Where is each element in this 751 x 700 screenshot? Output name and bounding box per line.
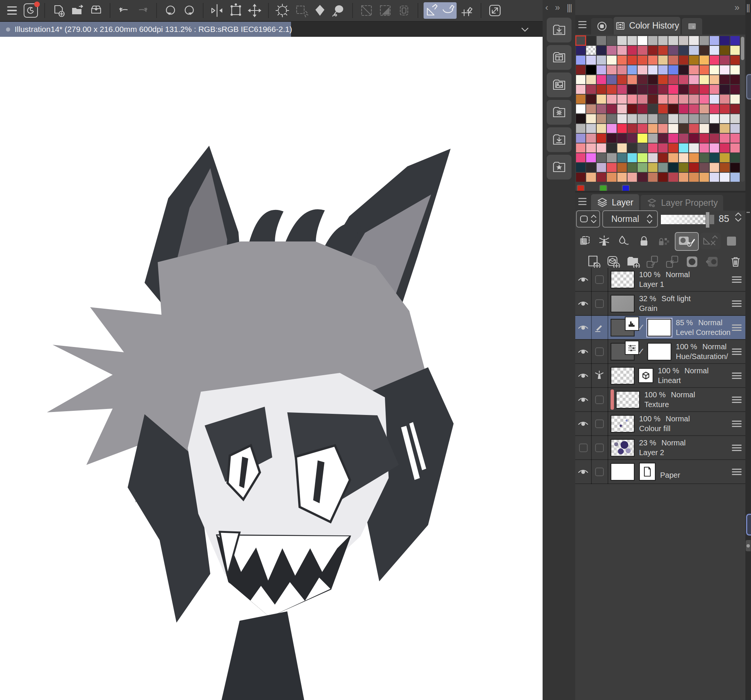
material-favorites-button[interactable] bbox=[547, 155, 572, 179]
color-swatch[interactable] bbox=[658, 56, 668, 65]
color-swatch[interactable] bbox=[627, 114, 637, 123]
layer-thumbnail[interactable] bbox=[610, 463, 635, 481]
color-swatch[interactable] bbox=[689, 124, 698, 133]
visibility-toggle[interactable] bbox=[575, 396, 591, 403]
color-swatch[interactable] bbox=[658, 75, 668, 84]
color-swatch[interactable] bbox=[658, 95, 668, 104]
visibility-toggle[interactable] bbox=[575, 276, 591, 283]
color-swatch[interactable] bbox=[596, 46, 606, 55]
snap-to-perspective-button[interactable] bbox=[459, 2, 475, 19]
color-swatch[interactable] bbox=[617, 114, 627, 123]
color-swatch[interactable] bbox=[668, 114, 678, 123]
color-swatch[interactable] bbox=[668, 95, 678, 104]
reference-layer-button[interactable] bbox=[596, 233, 612, 249]
color-swatch[interactable] bbox=[638, 95, 647, 104]
color-swatch[interactable] bbox=[596, 134, 606, 143]
color-swatch[interactable] bbox=[617, 85, 627, 94]
layer-menu-button[interactable] bbox=[732, 277, 742, 283]
color-swatch[interactable] bbox=[658, 46, 668, 55]
collapse-left-button[interactable]: ‹ bbox=[545, 2, 548, 13]
color-swatch[interactable] bbox=[689, 114, 698, 123]
color-swatch[interactable] bbox=[689, 163, 698, 172]
adjustment-thumbnail[interactable] bbox=[610, 343, 635, 360]
color-swatch[interactable] bbox=[576, 134, 586, 143]
color-swatch[interactable] bbox=[668, 144, 678, 153]
color-swatch[interactable] bbox=[576, 85, 586, 94]
color-swatch[interactable] bbox=[710, 36, 719, 45]
color-swatch[interactable] bbox=[638, 75, 647, 84]
color-swatch[interactable] bbox=[679, 36, 688, 45]
color-swatch[interactable] bbox=[679, 173, 688, 182]
color-swatch[interactable] bbox=[586, 65, 595, 74]
color-swatch[interactable] bbox=[730, 56, 740, 65]
color-swatch[interactable] bbox=[638, 104, 647, 113]
color-swatch[interactable] bbox=[596, 163, 606, 172]
color-swatch[interactable] bbox=[720, 85, 729, 94]
color-swatch[interactable] bbox=[720, 95, 729, 104]
color-swatch[interactable] bbox=[679, 104, 688, 113]
color-swatch[interactable] bbox=[576, 144, 586, 153]
color-swatch[interactable] bbox=[607, 75, 616, 84]
color-swatch[interactable] bbox=[617, 36, 627, 45]
color-swatch[interactable] bbox=[720, 75, 729, 84]
layer-row-level-correction[interactable]: ✓ 85 %NormalLevel Correction bbox=[575, 316, 745, 340]
color-swatch[interactable] bbox=[730, 85, 740, 94]
color-swatch[interactable] bbox=[648, 95, 657, 104]
color-swatch[interactable] bbox=[658, 153, 668, 162]
color-swatch[interactable] bbox=[689, 65, 698, 74]
layer-menu-button[interactable] bbox=[732, 445, 742, 451]
layer-checkbox[interactable] bbox=[591, 468, 607, 476]
color-swatch[interactable] bbox=[710, 134, 719, 143]
color-swatch[interactable] bbox=[638, 114, 647, 123]
color-swatch[interactable] bbox=[658, 124, 668, 133]
color-swatch[interactable] bbox=[679, 153, 688, 162]
color-swatch[interactable] bbox=[648, 153, 657, 162]
color-swatch[interactable] bbox=[627, 75, 637, 84]
layer-thumbnail[interactable] bbox=[610, 439, 635, 457]
layer-checkbox[interactable] bbox=[591, 419, 607, 428]
color-swatch[interactable] bbox=[586, 153, 595, 162]
tab-color-wheel[interactable] bbox=[591, 18, 613, 34]
color-swatch[interactable] bbox=[586, 104, 595, 113]
color-swatch[interactable] bbox=[576, 124, 586, 133]
color-swatch[interactable] bbox=[720, 104, 729, 113]
color-swatch[interactable] bbox=[710, 173, 719, 182]
enable-mask-button[interactable] bbox=[675, 232, 699, 251]
clip-studio-button[interactable] bbox=[23, 2, 39, 19]
color-swatch[interactable] bbox=[617, 124, 627, 133]
color-swatch[interactable] bbox=[710, 85, 719, 94]
color-swatch[interactable] bbox=[700, 124, 709, 133]
color-swatch[interactable] bbox=[627, 153, 637, 162]
color-swatch[interactable] bbox=[576, 75, 586, 84]
color-swatch[interactable] bbox=[648, 163, 657, 172]
color-swatch[interactable] bbox=[576, 114, 586, 123]
color-swatch[interactable] bbox=[700, 56, 709, 65]
color-swatch[interactable] bbox=[658, 104, 668, 113]
color-swatch[interactable] bbox=[638, 124, 647, 133]
color-swatch[interactable] bbox=[596, 75, 606, 84]
visibility-toggle[interactable] bbox=[575, 300, 591, 307]
collapsed-panel-tab[interactable] bbox=[746, 74, 751, 99]
lasso-select-button[interactable] bbox=[331, 2, 347, 19]
color-swatch[interactable] bbox=[668, 104, 678, 113]
tab-color-history[interactable]: Color History bbox=[613, 17, 680, 34]
layer-panel-menu-button[interactable] bbox=[578, 198, 587, 205]
color-swatch[interactable] bbox=[576, 56, 586, 65]
color-swatch[interactable] bbox=[689, 56, 698, 65]
color-swatch[interactable] bbox=[710, 104, 719, 113]
material-download-button[interactable] bbox=[547, 18, 572, 42]
color-swatch[interactable] bbox=[679, 75, 688, 84]
color-swatch[interactable] bbox=[700, 153, 709, 162]
visibility-toggle[interactable] bbox=[575, 420, 591, 427]
color-swatch[interactable] bbox=[617, 134, 627, 143]
color-swatch[interactable] bbox=[638, 65, 647, 74]
color-swatch[interactable] bbox=[607, 114, 616, 123]
color-swatch[interactable] bbox=[720, 173, 729, 182]
color-swatch[interactable] bbox=[689, 134, 698, 143]
color-swatch[interactable] bbox=[586, 134, 595, 143]
snap-to-ruler-button[interactable] bbox=[423, 2, 440, 19]
color-swatch[interactable] bbox=[689, 36, 698, 45]
color-swatch[interactable] bbox=[658, 114, 668, 123]
color-swatch[interactable] bbox=[617, 65, 627, 74]
color-swatch[interactable] bbox=[720, 36, 729, 45]
